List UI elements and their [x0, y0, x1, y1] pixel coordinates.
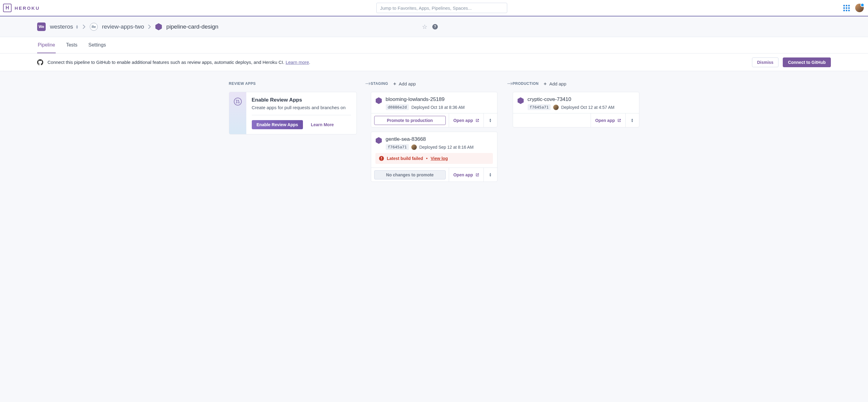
deployed-text: Deployed Oct 18 at 8:36 AM	[411, 105, 465, 110]
svg-point-0	[236, 100, 237, 101]
learn-more-button[interactable]: Learn More	[310, 120, 335, 129]
nav-right	[843, 4, 864, 12]
breadcrumb-bar: We westeros ▲▼ Re review-apps-two pipeli…	[0, 16, 868, 37]
svg-point-1	[236, 102, 237, 103]
app-name[interactable]: blooming-lowlands-25189	[386, 96, 493, 102]
app-name[interactable]: cryptic-cove-73410	[528, 96, 635, 102]
banner-text: Connect this pipeline to GitHub to enabl…	[48, 60, 310, 65]
error-text: Latest build failed	[387, 156, 423, 161]
logo[interactable]: H HEROKU	[3, 4, 40, 12]
deployer-avatar	[553, 105, 559, 110]
column-title: STAGING	[371, 81, 388, 86]
column-staging: STAGING ＋ Add app blooming-lowlands-2518…	[371, 80, 513, 186]
team-badge-icon: We	[37, 23, 46, 31]
github-icon	[37, 59, 43, 65]
add-app-button[interactable]: ＋ Add app	[393, 81, 416, 87]
card-menu-button[interactable]: ▲▼	[484, 168, 497, 181]
hexagon-icon	[155, 23, 162, 30]
app-name[interactable]: gentle-sea-83668	[386, 136, 493, 142]
search-input[interactable]	[376, 3, 507, 13]
breadcrumb-space[interactable]: review-apps-two	[102, 24, 144, 30]
arrow-right-icon	[365, 82, 371, 85]
deployer-avatar	[411, 144, 417, 150]
chevron-updown-icon: ▲▼	[489, 173, 492, 177]
external-link-icon	[617, 119, 621, 122]
chevron-right-icon	[83, 25, 86, 29]
deployed-text: Deployed Sep 12 at 8:16 AM	[419, 145, 473, 149]
promo-title: Enable Review Apps	[252, 97, 351, 103]
view-log-link[interactable]: View log	[431, 156, 448, 161]
commit-sha[interactable]: f7645a71	[528, 104, 551, 110]
dismiss-button[interactable]: Dismiss	[752, 58, 779, 67]
app-card: gentle-sea-83668 f7645a71 Deployed Sep 1…	[371, 132, 497, 182]
apps-grid-icon[interactable]	[843, 5, 850, 11]
promo-desc: Create apps for pull requests and branch…	[252, 105, 351, 115]
plus-icon: ＋	[393, 81, 397, 87]
external-link-icon	[475, 119, 479, 122]
promote-button[interactable]: Promote to production	[374, 116, 446, 125]
commit-sha[interactable]: d0886e2d	[386, 104, 409, 110]
error-icon	[379, 156, 384, 161]
breadcrumb-current: pipeline-card-design	[166, 24, 218, 30]
column-title: REVIEW APPS	[229, 81, 256, 86]
tab-tests[interactable]: Tests	[65, 37, 78, 53]
help-icon[interactable]: ?	[432, 24, 438, 30]
commit-sha[interactable]: f7645a71	[386, 144, 409, 150]
card-menu-button[interactable]: ▲▼	[484, 113, 497, 127]
column-title: PRODUCTION	[513, 81, 539, 86]
column-production: PRODUCTION ＋ Add app cryptic-cove-73410 …	[513, 80, 639, 186]
app-card: cryptic-cove-73410 f7645a71 Deployed Oct…	[513, 92, 639, 127]
open-app-button[interactable]: Open app	[449, 113, 484, 127]
space-badge-icon: Re	[90, 23, 98, 31]
promo-art	[229, 92, 246, 134]
arrow-right-icon	[507, 82, 513, 85]
open-app-button[interactable]: Open app	[591, 113, 626, 127]
column-review-apps: REVIEW APPS Enable Review Apps Create ap…	[229, 80, 371, 186]
logo-mark-icon: H	[3, 4, 11, 12]
star-icon[interactable]: ☆	[422, 23, 428, 30]
logo-text: HEROKU	[14, 5, 40, 11]
hexagon-icon	[375, 137, 382, 144]
review-apps-promo-card: Enable Review Apps Create apps for pull …	[229, 92, 357, 134]
connect-github-button[interactable]: Connect to GitHub	[783, 58, 831, 67]
account-avatar[interactable]	[855, 4, 864, 12]
chevron-updown-icon: ▲▼	[631, 118, 633, 123]
hexagon-icon	[375, 97, 382, 104]
chevron-right-icon	[148, 25, 151, 29]
pipeline-board: REVIEW APPS Enable Review Apps Create ap…	[0, 71, 868, 195]
github-banner: Connect this pipeline to GitHub to enabl…	[0, 54, 868, 71]
banner-learn-more-link[interactable]: Learn more	[286, 60, 309, 65]
build-error-banner: Latest build failed • View log	[375, 153, 493, 164]
plus-icon: ＋	[543, 81, 548, 87]
pull-request-icon	[234, 98, 242, 105]
svg-point-2	[238, 102, 239, 103]
deployed-text: Deployed Oct 12 at 4:57 AM	[561, 105, 614, 110]
card-menu-button[interactable]: ▲▼	[626, 113, 639, 127]
app-card: blooming-lowlands-25189 d0886e2d Deploye…	[371, 92, 497, 127]
tabs-bar: Pipeline Tests Settings	[0, 37, 868, 54]
chevron-updown-icon: ▲▼	[489, 118, 492, 123]
top-nav: H HEROKU	[0, 0, 868, 16]
promote-button: No changes to promote	[374, 170, 446, 179]
external-link-icon	[475, 173, 479, 177]
open-app-button[interactable]: Open app	[449, 168, 484, 181]
breadcrumb-team[interactable]: westeros	[50, 24, 73, 30]
tab-settings[interactable]: Settings	[88, 37, 106, 53]
enable-review-apps-button[interactable]: Enable Review Apps	[252, 120, 303, 129]
add-app-button[interactable]: ＋ Add app	[543, 81, 566, 87]
tab-pipeline[interactable]: Pipeline	[37, 37, 56, 53]
sort-icon[interactable]: ▲▼	[75, 25, 79, 29]
hexagon-icon	[517, 97, 524, 104]
